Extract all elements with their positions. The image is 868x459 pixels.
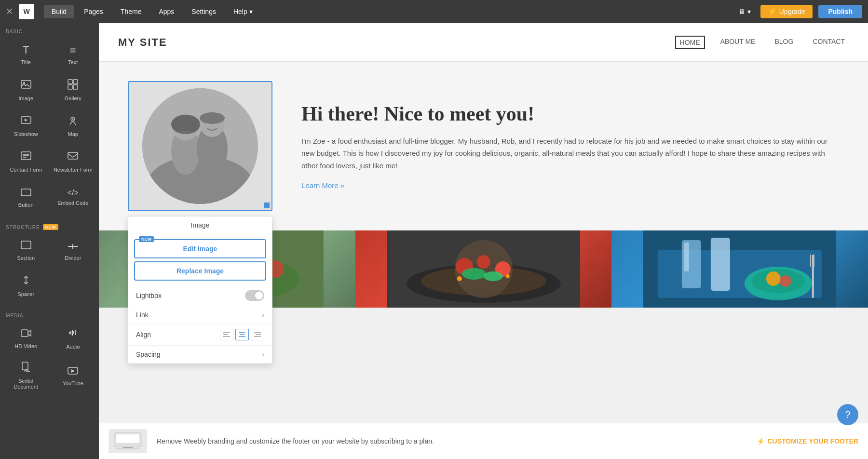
embed-code-icon: </> [68,189,79,197]
align-center-button[interactable] [235,329,249,340]
nav-home[interactable]: HOME [675,36,705,49]
sidebar-item-image[interactable]: Image [3,73,49,108]
sidebar-item-hd-video[interactable]: HD Video [3,321,49,356]
sidebar-item-scribd[interactable]: Scribd Document [3,357,49,394]
gallery-icon [68,79,78,93]
sidebar-item-divider[interactable]: Divider [50,233,96,268]
site-header: MY SITE HOME ABOUT ME BLOG CONTACT [99,23,868,62]
basic-items-grid: T Title ≡ Text Image Gallery [0,37,99,218]
settings-nav-button[interactable]: Settings [184,5,224,18]
title-icon: T [23,44,29,56]
align-left-button[interactable] [220,329,233,340]
sidebar-item-title-label: Title [21,59,31,65]
sidebar-item-youtube[interactable]: YouTube [50,357,96,394]
link-row[interactable]: Link › [128,306,272,324]
device-toggle[interactable]: 🖥 ▾ [731,5,759,18]
sidebar-item-slideshow[interactable]: Slideshow [3,108,49,143]
svg-rect-3 [73,80,78,84]
sidebar-item-newsletter-form[interactable]: Newsletter Form [50,144,96,179]
image-container[interactable] [128,81,272,211]
svg-rect-19 [21,330,28,337]
sidebar-item-button[interactable]: Button [3,180,49,215]
sidebar-item-embed-label: Embed Code [57,200,88,206]
portrait-image [142,88,258,204]
upgrade-button[interactable]: ⚡ Upgrade [760,5,813,18]
edit-new-badge: NEW [139,236,154,242]
section-icon [21,240,31,252]
scribd-icon [22,362,30,375]
divider-icon [68,240,78,252]
edit-image-button[interactable]: NEW Edit Image [134,239,266,258]
newsletter-icon [68,150,78,164]
sidebar-item-contact-form-label: Contact Form [10,167,42,173]
nav-about[interactable]: ABOUT ME [717,36,760,49]
svg-point-55 [477,255,490,269]
sidebar-item-gallery[interactable]: Gallery [50,73,96,108]
toggle-switch[interactable] [245,290,264,301]
website-canvas: MY SITE HOME ABOUT ME BLOG CONTACT [99,23,868,459]
sidebar-item-scribd-label: Scribd Document [6,378,46,390]
help-bubble[interactable]: ? [837,404,858,425]
svg-rect-64 [684,243,689,271]
slideshow-icon [21,115,31,128]
image-popup: Image NEW Edit Image Replace Image Light… [128,216,272,364]
site-navigation: HOME ABOUT ME BLOG CONTACT [675,36,849,49]
apps-nav-button[interactable]: Apps [151,5,182,18]
youtube-icon [68,365,78,378]
text-icon: ≡ [70,44,76,56]
svg-rect-5 [73,85,78,89]
pages-nav-button[interactable]: Pages [76,5,111,18]
food-photo-mid [355,230,612,308]
spacer-icon [21,275,31,288]
footer-text: Remove Weebly branding and customize the… [157,437,747,445]
nav-blog[interactable]: BLOG [771,36,797,49]
align-buttons [220,329,264,340]
svg-rect-4 [68,85,72,89]
svg-point-29 [200,112,225,124]
footer-icon [108,429,147,453]
svg-rect-15 [21,241,31,249]
customize-footer-button[interactable]: ⚡ CUSTOMIZE YOUR FOOTER [757,437,859,445]
svg-rect-63 [711,238,730,291]
svg-point-59 [506,274,510,278]
close-button[interactable]: ✕ [6,6,13,17]
nav-contact[interactable]: CONTACT [809,36,849,49]
svg-point-57 [484,271,503,281]
hd-video-icon [21,328,31,340]
sidebar-item-spacer[interactable]: Spacer [3,269,49,303]
hero-learn-more-link[interactable]: Learn More » [301,181,344,189]
help-nav-button[interactable]: Help ▾ [226,5,260,18]
sidebar-item-map[interactable]: Map [50,108,96,143]
sidebar-item-audio[interactable]: Audio [50,321,96,356]
toggle-knob [255,292,263,299]
replace-image-button[interactable]: Replace Image [134,261,266,281]
svg-rect-2 [68,80,72,84]
lightbox-toggle[interactable] [245,290,264,301]
svg-point-26 [171,115,200,134]
sidebar-item-contact-form[interactable]: Contact Form [3,144,49,179]
theme-nav-button[interactable]: Theme [113,5,149,18]
lightbox-label: Lightbox [136,292,245,299]
sidebar-item-embed-code[interactable]: </> Embed Code [50,180,96,215]
build-nav-button[interactable]: Build [44,5,74,18]
button-icon [21,187,31,199]
publish-button[interactable]: Publish [818,5,862,18]
spacing-row[interactable]: Spacing › [128,346,272,364]
weebly-logo: W [19,4,34,19]
align-right-button[interactable] [251,329,264,340]
sidebar-item-divider-label: Divider [65,255,81,261]
hero-text: Hi there! Nice to meet you! I'm Zoe - a … [301,102,839,190]
structure-section-label: STRUCTURE NEW [0,218,99,233]
align-label: Align [136,331,220,338]
sidebar-item-youtube-label: YouTube [63,380,83,386]
link-chevron: › [262,311,264,319]
svg-point-56 [462,268,486,280]
sidebar-item-title[interactable]: T Title [3,37,49,72]
sidebar-item-newsletter-label: Newsletter Form [54,167,93,173]
sidebar-item-text[interactable]: ≡ Text [50,37,96,72]
sidebar-item-section[interactable]: Section [3,233,49,268]
svg-rect-13 [68,152,78,159]
sidebar-item-image-label: Image [18,95,33,101]
contact-form-icon [21,150,31,164]
image-resize-handle[interactable] [264,202,270,208]
